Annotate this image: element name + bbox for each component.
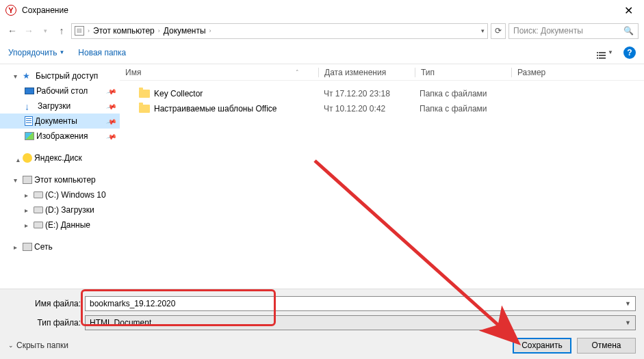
pin-icon: 📌	[106, 101, 117, 111]
location-icon: ▤	[75, 26, 84, 36]
network-icon	[23, 243, 32, 251]
chevron-right-icon: ›	[207, 27, 214, 34]
organize-button[interactable]: Упорядочить ▼	[8, 48, 64, 57]
search-input[interactable]: Поиск: Документы 🔍	[508, 23, 639, 39]
drive-icon	[34, 191, 43, 198]
column-size[interactable]: Размер	[512, 68, 580, 77]
chevron-down-icon[interactable]: ▼	[625, 319, 631, 326]
expand-icon[interactable]: ▸	[14, 243, 21, 251]
sidebar-quick-access[interactable]: ▾ ★ Быстрый доступ	[0, 68, 120, 83]
pin-icon: 📌	[106, 116, 117, 127]
chevron-down-icon[interactable]: ▼	[625, 300, 631, 307]
desktop-icon	[25, 88, 34, 94]
collapse-icon[interactable]: ▾	[14, 72, 21, 80]
chevron-down-icon: ▼	[608, 49, 613, 55]
hide-folders-button[interactable]: ⌄ Скрыть папки	[8, 341, 68, 350]
sort-asc-icon: ˄	[296, 69, 299, 76]
yandex-icon: Y	[5, 5, 16, 16]
sidebar-yandex-disk[interactable]: ▸ Яндекс.Диск	[0, 150, 120, 165]
chevron-right-icon: ›	[86, 27, 92, 34]
close-icon[interactable]: ✕	[619, 1, 639, 20]
column-headers[interactable]: Имя ˄ Дата изменения Тип Размер	[120, 64, 644, 81]
drive-icon	[34, 207, 43, 213]
collapse-icon[interactable]: ▾	[14, 176, 21, 184]
filetype-label: Тип файла:	[8, 318, 85, 328]
new-folder-button[interactable]: Новая папка	[78, 48, 126, 57]
chevron-down-icon: ⌄	[8, 342, 14, 349]
yandex-disk-icon	[23, 153, 32, 163]
nav-back-icon[interactable]: ←	[5, 25, 19, 36]
nav-forward-icon[interactable]: →	[22, 25, 36, 36]
pin-icon: 📌	[106, 85, 117, 96]
file-row[interactable]: Настраиваемые шаблоны Office Чт 10.12.20…	[120, 101, 644, 116]
cancel-button[interactable]: Отмена	[577, 338, 636, 354]
address-bar[interactable]: ▤ › Этот компьютер › Документы › ▾	[71, 23, 488, 39]
address-dropdown-icon[interactable]: ▾	[481, 27, 485, 34]
help-icon[interactable]: ?	[623, 46, 636, 59]
file-row[interactable]: Key Collector Чт 17.12.20 23:18 Папка с …	[120, 86, 644, 101]
view-options-button[interactable]: ▼	[595, 46, 615, 59]
filename-label: Имя файла:	[8, 299, 85, 308]
nav-recent-icon[interactable]: ▾	[38, 27, 52, 34]
chevron-down-icon: ▼	[59, 49, 64, 55]
sidebar-drive-e[interactable]: ▸ (E:) Данные	[0, 217, 120, 232]
navigation-tree: ▾ ★ Быстрый доступ Рабочий стол 📌 ↓ Загр…	[0, 64, 120, 289]
search-icon: 🔍	[623, 26, 634, 36]
pin-icon: 📌	[106, 131, 117, 142]
folder-icon	[139, 90, 150, 98]
dialog-title: Сохранение	[22, 5, 619, 15]
sidebar-network[interactable]: ▸ Сеть	[0, 239, 120, 254]
pictures-icon	[25, 132, 34, 140]
column-name[interactable]: Имя ˄	[120, 68, 318, 77]
filename-input[interactable]: bookmarks_19.12.2020 ▼	[85, 296, 636, 311]
sidebar-drive-d[interactable]: ▸ (D:) Загрузки	[0, 202, 120, 217]
expand-icon[interactable]: ▸	[14, 155, 21, 161]
column-type[interactable]: Тип	[415, 68, 511, 77]
expand-icon[interactable]: ▸	[25, 207, 31, 214]
crumb-documents[interactable]: Документы	[164, 26, 206, 36]
folder-icon	[139, 105, 150, 113]
chevron-right-icon: ›	[156, 27, 162, 34]
download-icon: ↓	[25, 101, 36, 111]
nav-up-icon[interactable]: ↑	[55, 25, 68, 36]
pc-icon	[23, 176, 32, 184]
sidebar-downloads[interactable]: ↓ Загрузки 📌	[0, 98, 120, 114]
search-placeholder: Поиск: Документы	[513, 26, 583, 36]
crumb-this-pc[interactable]: Этот компьютер	[93, 26, 155, 36]
sidebar-documents[interactable]: Документы 📌	[0, 114, 120, 129]
star-icon: ★	[23, 71, 34, 81]
expand-icon[interactable]: ▸	[25, 222, 31, 229]
sidebar-this-pc[interactable]: ▾ Этот компьютер	[0, 172, 120, 187]
sidebar-desktop[interactable]: Рабочий стол 📌	[0, 83, 120, 98]
drive-icon	[34, 222, 43, 228]
sidebar-pictures[interactable]: Изображения 📌	[0, 129, 120, 144]
save-button[interactable]: Сохранить	[513, 338, 571, 354]
column-date[interactable]: Дата изменения	[319, 68, 415, 77]
document-icon	[25, 116, 33, 126]
expand-icon[interactable]: ▸	[25, 191, 31, 199]
sidebar-drive-c[interactable]: ▸ (C:) Windows 10	[0, 187, 120, 202]
refresh-icon[interactable]: ⟳	[491, 23, 506, 39]
filetype-select[interactable]: HTML Document ▼	[85, 315, 636, 330]
